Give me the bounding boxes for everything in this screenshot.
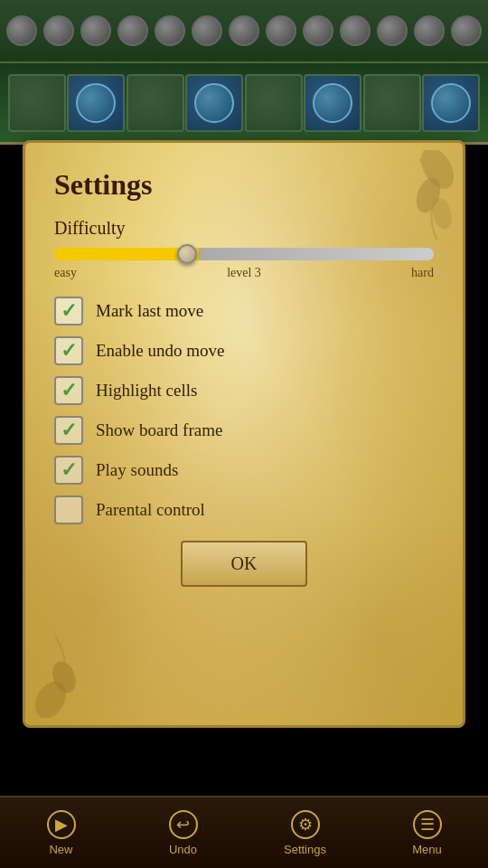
checkbox-row-play-sounds: ✓ Play sounds xyxy=(54,456,434,485)
nav-item-menu[interactable]: ☰ Menu xyxy=(366,810,488,856)
board-cell-7 xyxy=(363,74,421,132)
slider-track xyxy=(54,248,434,260)
coin-9 xyxy=(303,15,333,46)
checkbox-highlight-cells[interactable]: ✓ xyxy=(54,376,83,405)
coin-1 xyxy=(6,15,37,46)
coin-13 xyxy=(451,15,482,46)
settings-panel: Settings Difficulty easy level 3 hard ✓ … xyxy=(23,140,465,728)
floral-decoration-tr xyxy=(383,150,455,259)
coin-10 xyxy=(340,15,371,46)
menu-icon: ☰ xyxy=(413,810,442,839)
coin-5 xyxy=(155,15,185,46)
slider-labels: easy level 3 hard xyxy=(54,266,434,280)
coin-3 xyxy=(80,15,111,46)
coin-12 xyxy=(414,15,445,46)
slider-label-easy: easy xyxy=(54,266,77,280)
board-cell-2 xyxy=(67,74,125,132)
board-cell-3 xyxy=(127,74,184,132)
label-highlight-cells: Highlight cells xyxy=(96,381,197,401)
checkbox-play-sounds[interactable]: ✓ xyxy=(54,456,83,485)
checkbox-row-parental-control: Parental control xyxy=(54,495,434,524)
bottom-nav: ▶ New ↩ Undo ⚙ Settings ☰ Menu xyxy=(0,796,488,868)
checkbox-show-board-frame[interactable]: ✓ xyxy=(54,416,83,445)
game-board xyxy=(0,63,488,145)
nav-label-menu: Menu xyxy=(412,843,442,856)
coin-6 xyxy=(192,15,222,46)
checkbox-row-mark-last-move: ✓ Mark last move xyxy=(54,297,434,326)
board-cell-5 xyxy=(245,74,303,132)
coin-4 xyxy=(117,15,148,46)
settings-icon: ⚙ xyxy=(291,810,320,839)
new-icon: ▶ xyxy=(47,810,76,839)
disc-6 xyxy=(313,83,352,123)
checkmark-play-sounds: ✓ xyxy=(61,460,77,480)
checkmark-mark-last-move: ✓ xyxy=(61,301,77,321)
floral-decoration-bl xyxy=(33,627,105,718)
top-coin-bar xyxy=(0,0,488,63)
disc-2 xyxy=(76,83,116,123)
undo-icon: ↩ xyxy=(169,810,198,839)
label-parental-control: Parental control xyxy=(96,500,205,520)
slider-label-current: level 3 xyxy=(227,266,261,280)
checkbox-row-enable-undo: ✓ Enable undo move xyxy=(54,336,434,365)
svg-point-3 xyxy=(33,675,72,718)
coin-11 xyxy=(377,15,408,46)
board-cell-6 xyxy=(304,74,361,132)
board-cell-4 xyxy=(185,74,243,132)
slider-label-hard: hard xyxy=(411,266,434,280)
disc-8 xyxy=(431,83,471,123)
settings-title: Settings xyxy=(54,168,434,202)
disc-4 xyxy=(194,83,234,123)
difficulty-slider[interactable] xyxy=(54,248,434,260)
checkbox-parental-control[interactable] xyxy=(54,495,83,524)
checkmark-highlight-cells: ✓ xyxy=(61,381,77,401)
ok-button[interactable]: OK xyxy=(181,541,307,587)
label-mark-last-move: Mark last move xyxy=(96,301,203,321)
nav-item-new[interactable]: ▶ New xyxy=(0,810,122,856)
board-cell-1 xyxy=(8,74,66,132)
coin-7 xyxy=(229,15,259,46)
checkbox-row-show-board-frame: ✓ Show board frame xyxy=(54,416,434,445)
checkbox-mark-last-move[interactable]: ✓ xyxy=(54,297,83,326)
board-cell-8 xyxy=(422,74,480,132)
checkbox-row-highlight-cells: ✓ Highlight cells xyxy=(54,376,434,405)
slider-thumb[interactable] xyxy=(177,244,197,264)
label-play-sounds: Play sounds xyxy=(96,460,178,480)
label-show-board-frame: Show board frame xyxy=(96,420,222,440)
svg-point-4 xyxy=(49,658,80,696)
checkbox-enable-undo[interactable]: ✓ xyxy=(54,336,83,365)
nav-label-new: New xyxy=(49,843,72,856)
label-enable-undo: Enable undo move xyxy=(96,341,224,361)
checkmark-show-board-frame: ✓ xyxy=(61,420,77,440)
nav-item-settings[interactable]: ⚙ Settings xyxy=(244,810,366,856)
checkmark-enable-undo: ✓ xyxy=(61,341,77,361)
difficulty-label: Difficulty xyxy=(54,218,434,239)
nav-label-settings: Settings xyxy=(284,843,326,856)
nav-item-undo[interactable]: ↩ Undo xyxy=(122,810,244,856)
coin-2 xyxy=(43,15,74,46)
nav-label-undo: Undo xyxy=(169,843,197,856)
coin-8 xyxy=(266,15,296,46)
